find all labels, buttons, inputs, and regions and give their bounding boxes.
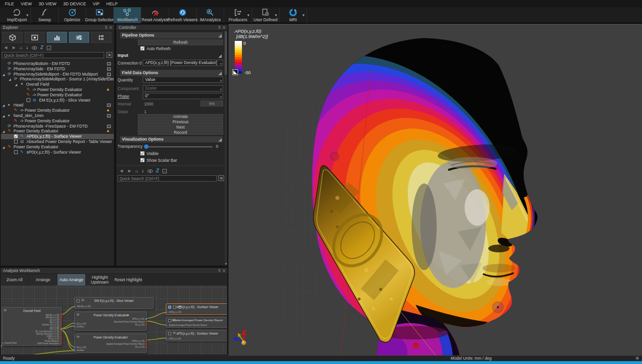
wb-tab-zoom-all[interactable]: Zoom All	[0, 274, 29, 286]
scrollbar[interactable]: ▼	[225, 31, 227, 265]
port-dot[interactable]	[60, 314, 62, 316]
expand-icon[interactable]: ◢	[2, 104, 5, 107]
animate-button[interactable]: Animate	[138, 114, 223, 119]
clear-search-button[interactable]: ✕	[107, 52, 112, 58]
explorer-tab-treeic[interactable]	[91, 32, 111, 43]
clear-search-button[interactable]: ✕	[218, 175, 224, 181]
port-dot[interactable]	[60, 321, 62, 323]
close-icon[interactable]: ✕	[109, 25, 112, 31]
tree-checkbox[interactable]	[14, 140, 18, 143]
pin-icon[interactable]: ⊼	[218, 25, 221, 31]
ms-button[interactable]: ms	[201, 101, 223, 106]
port-dot[interactable]	[146, 321, 147, 323]
dropdown-arrow-icon[interactable]: ▼	[274, 13, 278, 17]
port-dot[interactable]	[60, 333, 62, 335]
record-button[interactable]: Record	[138, 130, 223, 135]
node-power-density-evaluator[interactable]: ⟳ Power Density Evaluator ▲ APD(x,y,z,f0…	[74, 312, 147, 331]
toolbar-refresh-viewers[interactable]: Refresh Viewers	[169, 7, 197, 23]
port-dot[interactable]	[146, 324, 147, 325]
port-dot[interactable]	[146, 343, 147, 345]
port-dot[interactable]	[60, 342, 62, 344]
close-icon[interactable]: ✕	[222, 25, 226, 31]
expand-icon[interactable]: ◢	[2, 130, 5, 133]
tree-item[interactable]: ✎sPD(x,y,z,f0) - Surface Viewer	[1, 150, 114, 155]
tree-item[interactable]: ✎-> Power Density Evaluator▲	[1, 108, 114, 113]
tree-checkbox[interactable]	[14, 150, 18, 154]
port-dot[interactable]	[146, 318, 147, 320]
toolbar-imp-export[interactable]: Imp/Export▼	[3, 7, 31, 23]
collapse-icon[interactable]: –	[47, 46, 51, 50]
back-icon[interactable]: ◄	[119, 168, 124, 174]
connection-dropdown[interactable]: APD(x,y,z,f0) [Power Density Evaluator]▾	[143, 60, 223, 66]
tree-item[interactable]: ◢⟳PhoneArraySideMultiport - EM FDTD Mult…	[1, 72, 114, 77]
toolbar-user-defined[interactable]: User Defined▼	[252, 7, 280, 23]
expand-icon[interactable]: ◢	[2, 145, 5, 149]
port-dot[interactable]	[60, 324, 62, 325]
node-slice-viewer[interactable]: ⟳ EM E(x,y,z,f0) - Slice Viewer EM E(x,y…	[74, 297, 154, 309]
controller-search-input[interactable]	[118, 175, 217, 182]
menu-3d-view[interactable]: 3D VIEW	[39, 1, 56, 6]
expand-icon[interactable]: ◢	[2, 73, 5, 76]
port-dot[interactable]	[60, 340, 62, 341]
transparency-slider-knob[interactable]	[144, 144, 148, 149]
collapse-icon[interactable]: –	[162, 169, 167, 173]
auto-refresh-checkbox[interactable]	[140, 46, 145, 51]
pin-icon[interactable]: ⊼	[218, 268, 221, 274]
tree-checkbox[interactable]	[27, 98, 30, 102]
pipeline-options-header[interactable]: Pipeline Options	[120, 32, 223, 39]
port-dot[interactable]	[60, 326, 62, 327]
colorbar-checkbox[interactable]	[232, 69, 238, 75]
expand-icon[interactable]: ◢	[2, 114, 5, 117]
port-dot[interactable]	[74, 323, 76, 325]
dropdown-arrow-icon[interactable]: ▼	[247, 13, 250, 17]
port-dot[interactable]	[146, 340, 147, 342]
port-dot[interactable]	[74, 326, 76, 327]
explorer-tab-bars[interactable]	[47, 32, 67, 43]
port-dot[interactable]	[60, 336, 62, 337]
forward-icon[interactable]: ►	[12, 45, 16, 51]
tree-item[interactable]: ◢✎Power Density Evaluator	[1, 144, 114, 150]
interval-value[interactable]: 1000	[144, 102, 153, 107]
toolbar-imanalytics[interactable]: IMAnalytics	[197, 7, 224, 23]
toolbar-workbench[interactable]: Workbench	[114, 7, 141, 23]
toolbar-mri[interactable]: MRI▼	[280, 7, 307, 23]
explorer-tab-screen[interactable]	[25, 32, 45, 43]
tree-item[interactable]: ▤Absorbed Power Density Report - Table V…	[1, 139, 114, 144]
tree-item[interactable]: ◢✎Power Density Evaluator▲	[1, 129, 114, 134]
menu-vip[interactable]: ViP	[93, 1, 100, 6]
port-dot[interactable]	[74, 347, 76, 348]
tree-item[interactable]: ◢●hand_skin_1mm	[1, 113, 114, 118]
wb-tab-highlight-upstream[interactable]: Highlight Upstream	[86, 274, 114, 286]
node-graph[interactable]: ⟳ Overall Field Overall Field EM E(x,y,z…	[1, 286, 227, 354]
tree-item[interactable]: ✎-> Power Density Evaluator	[1, 118, 114, 124]
viewport-3d[interactable]: z APD(x,y,z,f0) [dB(1.9W/m^2)] 0 -50	[228, 24, 642, 355]
next-button[interactable]: Next	[138, 125, 223, 130]
phase-dropdown[interactable]: 0°▾	[143, 93, 223, 99]
port-dot[interactable]	[60, 331, 62, 332]
tree-item[interactable]: ◍EM E(x,y,z,f0) - Slice Viewer	[1, 98, 114, 103]
tree-item[interactable]: ⟳PhoneArraySide - EM FDTD	[1, 66, 114, 72]
close-icon[interactable]: ✕	[222, 268, 226, 274]
dropdown-arrow-icon[interactable]: ▼	[26, 13, 29, 17]
node-apd-surface-viewer[interactable]: APD(x,y,z,f0) - Surface Viewer APD(x,y,z…	[166, 303, 227, 315]
refresh-button[interactable]: Refresh	[138, 39, 223, 45]
tree-checkbox[interactable]	[14, 134, 18, 138]
port-dot[interactable]	[60, 338, 62, 339]
visualization-options-header[interactable]: Visualization Options	[120, 136, 223, 143]
toolbar-optimize[interactable]: Optimize	[59, 7, 86, 23]
back-icon[interactable]: ◄	[3, 45, 8, 51]
node-spatial-averaged-report[interactable]: ⟳ Spatial-Averaged Power Density Report …	[166, 317, 227, 328]
explorer-tab-cube[interactable]	[2, 32, 23, 43]
visible-checkbox[interactable]	[140, 151, 145, 156]
toolbar-producers[interactable]: Producers▼	[224, 7, 252, 23]
forward-icon[interactable]: ►	[127, 168, 132, 174]
down-arrow-icon[interactable]: ↓	[142, 168, 144, 174]
port-dot[interactable]	[60, 328, 62, 330]
tree-item[interactable]: ⟳PhoneArraySide -FreeSpace - EM FDTD	[1, 124, 114, 129]
tree-item[interactable]: ✎-> Power Density Evaluator▲	[1, 87, 114, 92]
menu-view[interactable]: VIEW	[21, 1, 32, 6]
show-scalar-bar-checkbox[interactable]	[140, 158, 145, 162]
component-dropdown[interactable]: Scalar▾	[143, 85, 223, 91]
transparency-slider-track[interactable]	[145, 146, 213, 147]
port-dot[interactable]	[60, 319, 62, 320]
